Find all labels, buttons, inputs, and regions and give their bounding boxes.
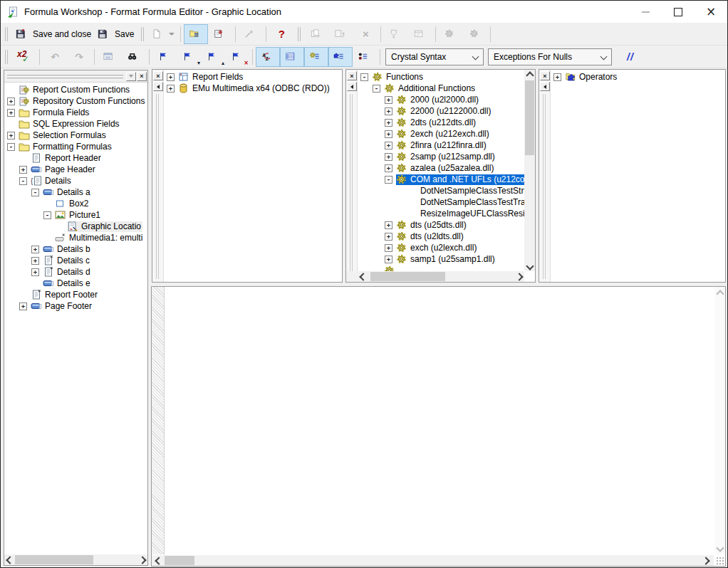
tree-row[interactable]: -Picture1 — [4, 209, 147, 221]
scroll-up-arrow[interactable] — [524, 70, 535, 80]
tree-row-clipped[interactable] — [358, 265, 524, 271]
save-and-close-button[interactable]: Save and close — [12, 24, 94, 44]
maximize-button[interactable] — [662, 1, 695, 23]
find-button[interactable] — [122, 47, 146, 67]
expander-icon[interactable]: + — [385, 130, 392, 138]
field-tree-toggle-button[interactable] — [280, 47, 304, 67]
tree-row[interactable]: +2samp (u212samp.dll) — [358, 151, 524, 162]
bookmark-toggle-button[interactable] — [152, 47, 177, 67]
duplicate-button[interactable] — [305, 24, 329, 44]
use-expert-button[interactable] — [208, 24, 232, 44]
editor-vscrollbar[interactable] — [714, 287, 725, 554]
tree-row[interactable]: +Page Footer — [4, 300, 147, 312]
tree-row[interactable]: +dts (u25dts.dll) — [358, 219, 524, 231]
custom-function-button-2[interactable] — [463, 24, 487, 44]
scroll-left-arrow[interactable] — [153, 555, 164, 566]
panel-collapse-button[interactable] — [540, 82, 550, 91]
scroll-left-arrow[interactable] — [4, 554, 15, 565]
tree-row[interactable]: +2finra (u212finra.dll) — [358, 140, 524, 151]
drag-grip[interactable] — [156, 94, 159, 279]
expander-icon[interactable]: + — [167, 85, 175, 93]
expander-icon[interactable]: - — [43, 211, 51, 219]
expander-icon[interactable]: + — [7, 109, 15, 117]
tree-row[interactable]: +Page Header — [4, 164, 147, 175]
functions-hscrollbar[interactable] — [346, 271, 524, 282]
panel-close-button[interactable]: × — [540, 71, 550, 80]
expander-icon[interactable]: + — [385, 153, 392, 161]
tree-row[interactable]: +Details d — [4, 266, 147, 278]
function-tree-toggle-button[interactable] — [304, 47, 328, 67]
find-in-formulas-button[interactable] — [353, 47, 377, 67]
tree-row[interactable]: -Details a — [4, 186, 147, 198]
expander-icon[interactable]: + — [385, 119, 392, 127]
tree-row[interactable]: +Details c — [4, 255, 147, 266]
scroll-thumb[interactable] — [370, 272, 445, 281]
resize-grip[interactable] — [716, 557, 724, 564]
formula-text-input[interactable] — [165, 287, 714, 554]
close-button[interactable]: × — [695, 1, 727, 23]
tree-row[interactable]: +2000 (u2l2000.dll) — [358, 94, 524, 105]
editor-hscrollbar[interactable] — [152, 555, 714, 566]
expander-icon[interactable]: + — [31, 268, 39, 276]
tree-row[interactable]: -Details — [4, 175, 147, 186]
functions-vscrollbar[interactable] — [524, 70, 535, 271]
tree-row[interactable]: +Repository Custom Functions — [4, 95, 147, 107]
scroll-up-arrow[interactable] — [714, 288, 725, 299]
tree-row[interactable]: +2dts (u212dts.dll) — [358, 117, 524, 128]
expander-icon[interactable]: + — [19, 303, 27, 310]
check-syntax-button[interactable]: x2 ✓ — [12, 47, 36, 67]
rename-button[interactable] — [329, 24, 353, 44]
custom-function-button-1[interactable] — [439, 24, 463, 44]
tree-row-selected[interactable]: -COM and .NET UFLs (u212com — [358, 174, 524, 185]
tree-row[interactable]: Box2 — [4, 198, 147, 209]
toggle-properties-display-button[interactable] — [184, 24, 208, 44]
scroll-right-arrow[interactable] — [514, 271, 524, 282]
expander-icon[interactable]: + — [7, 132, 15, 140]
tree-row[interactable]: +EMu Multimedia x64 (ODBC (RDO)) — [164, 83, 342, 94]
tree-row[interactable]: SQL Expression Fields — [4, 118, 147, 130]
drag-grip[interactable] — [543, 94, 546, 279]
drag-grip[interactable] — [350, 94, 353, 279]
panel-close-button[interactable]: × — [137, 72, 147, 81]
tree-row[interactable]: +exch (u2lexch.dll) — [358, 242, 524, 253]
tree-row[interactable]: +dts (u2ldts.dll) — [358, 231, 524, 242]
delete-button[interactable]: × — [353, 24, 378, 44]
comment-button[interactable]: // — [618, 47, 643, 67]
tree-row[interactable]: -Additional Functions — [358, 83, 524, 94]
scroll-thumb[interactable] — [525, 80, 534, 155]
tree-row[interactable]: +samp1 (u25samp1.dll) — [358, 253, 524, 265]
formula-expert-button[interactable] — [239, 24, 263, 44]
expander-icon[interactable]: - — [373, 85, 380, 93]
expander-icon[interactable]: + — [7, 98, 15, 105]
tree-row[interactable]: ResizeImageUFLClassResizeIm — [358, 208, 524, 219]
tree-row[interactable]: +azalea (u25azalea.dll) — [358, 162, 524, 174]
tree-row[interactable]: DotNetSampleClassTestStringL — [358, 185, 524, 196]
drag-grip[interactable] — [7, 74, 123, 78]
expander-icon[interactable]: + — [31, 246, 39, 253]
expander-icon[interactable]: - — [31, 189, 39, 196]
browse-data-button[interactable] — [98, 47, 122, 67]
expander-icon[interactable]: + — [167, 73, 175, 81]
clear-bookmarks-button[interactable]: × — [225, 47, 249, 67]
expander-icon[interactable]: + — [385, 164, 392, 172]
save-button[interactable]: Save — [94, 24, 137, 44]
previous-bookmark-button[interactable]: ▴ — [201, 47, 225, 67]
tree-row[interactable]: -Functions — [358, 71, 524, 83]
workshop-tree-hscrollbar[interactable] — [4, 554, 147, 565]
expander-icon[interactable]: + — [553, 73, 561, 81]
expander-icon[interactable]: - — [360, 73, 368, 81]
scroll-down-arrow[interactable] — [714, 542, 725, 553]
tree-row[interactable]: +Details b — [4, 243, 147, 255]
help-button[interactable]: ? — [269, 24, 293, 44]
expander-icon[interactable]: - — [385, 176, 392, 184]
tree-row[interactable]: +Operators — [551, 71, 725, 83]
tree-row[interactable]: +2exch (u212exch.dll) — [358, 128, 524, 140]
syntax-combo[interactable]: Crystal Syntax — [385, 48, 484, 65]
scroll-down-arrow[interactable] — [524, 261, 535, 271]
tree-row[interactable]: Report Header — [4, 152, 147, 164]
expander-icon[interactable]: + — [31, 257, 39, 265]
tree-row[interactable]: +22000 (u2122000.dll) — [358, 105, 524, 117]
panel-collapse-button[interactable] — [347, 82, 357, 91]
expander-icon[interactable]: - — [7, 143, 15, 151]
expander-icon[interactable]: + — [385, 142, 392, 149]
